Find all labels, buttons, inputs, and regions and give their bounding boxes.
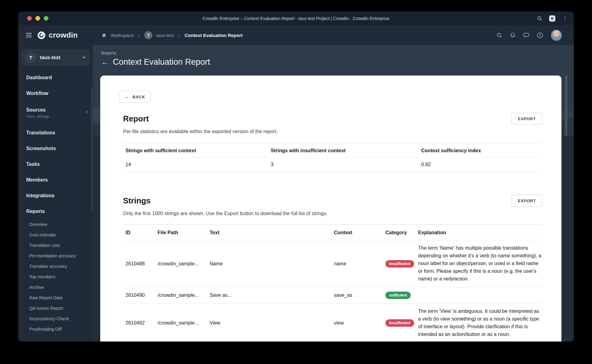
sidebar-item-inconsistency-check[interactable]: Inconsistency Check	[18, 313, 93, 324]
project-avatar: T	[26, 52, 36, 63]
sidebar-item-translator-accuracy[interactable]: Translator accuracy	[18, 261, 93, 272]
cell-id: 2610492	[123, 320, 155, 326]
summary-value-row: 14 3 0.82	[123, 158, 542, 173]
menu-icon[interactable]	[26, 33, 32, 37]
crowdin-wordmark: crowdin	[49, 31, 78, 39]
sidebar-item-members[interactable]: Members	[18, 172, 93, 188]
cell-id: 2610488	[123, 261, 155, 267]
sidebar-subitem-label: Archive	[29, 285, 44, 290]
sidebar-item-workflow[interactable]: Workflow	[18, 85, 93, 101]
sidebar-item-proofreading-diff[interactable]: Proofreading Diff	[18, 324, 93, 334]
sidebar-item-archive[interactable]: Archive	[18, 282, 93, 292]
col-header-id: ID	[123, 230, 155, 235]
summary-table: Strings with sufficient context Strings …	[123, 143, 542, 173]
sidebar-item-cost-estimate[interactable]: Cost estimate	[18, 230, 93, 240]
zoom-window-button[interactable]	[44, 16, 48, 21]
cell-category: insufficient	[383, 319, 416, 327]
report-subtitle: Per-file statistics are available within…	[123, 129, 542, 134]
sidebar-item-pre-translation-accuracy[interactable]: Pre-translation accuracy	[18, 251, 93, 261]
search-icon[interactable]	[496, 32, 502, 38]
hero-eyebrow[interactable]: Reports	[101, 51, 210, 55]
sidebar-logo-row: crowdin	[18, 25, 93, 45]
sidebar-subitem-label: Inconsistency Check	[29, 316, 69, 321]
summary-value-index: 0.82	[419, 162, 542, 167]
tab-search-icon[interactable]	[537, 16, 542, 21]
breadcrumb-workspace[interactable]: Workspace	[111, 33, 134, 38]
sidebar-item-label: Tasks	[26, 162, 40, 167]
user-avatar[interactable]	[551, 30, 562, 41]
sidebar-item-label: Dashboard	[26, 75, 52, 80]
report-section-title: Report	[123, 114, 149, 124]
cell-category: insufficient	[383, 260, 416, 268]
page-content: Reports ← Context Evaluation Report ← BA…	[93, 45, 574, 342]
browser-menu-icon[interactable]: ⋮	[562, 16, 568, 21]
sidebar-item-translation-cost[interactable]: Translation cost	[18, 240, 93, 251]
cell-context: view	[331, 320, 383, 326]
header-icons: ?	[496, 30, 562, 41]
strings-table: ID File Path Text Context Category Expla…	[123, 224, 542, 342]
breadcrumb: Workspace › T taus-test › Context Evalua…	[101, 31, 243, 39]
status-badge: insufficient	[385, 319, 414, 327]
breadcrumb-project-avatar: T	[144, 31, 152, 39]
sidebar-subitem-label: Pre-translation accuracy	[29, 253, 76, 258]
breadcrumb-current-page: Context Evaluation Report	[185, 33, 243, 38]
col-header-file-path: File Path	[155, 230, 207, 235]
sidebar-item-dashboard[interactable]: Dashboard	[18, 70, 93, 85]
cell-text: View	[207, 320, 331, 326]
project-selector[interactable]: T taus-test	[21, 49, 90, 66]
reports-subnav: Overview Cost estimate Translation cost …	[18, 219, 93, 334]
summary-value-sufficient: 14	[123, 162, 268, 167]
home-icon[interactable]	[101, 32, 107, 38]
sidebar-item-tasks[interactable]: Tasks	[18, 156, 93, 172]
app-header: Workspace › T taus-test › Context Evalua…	[93, 25, 574, 45]
crowdin-logo[interactable]: crowdin	[37, 31, 78, 39]
window-title: Crowdin Enterprise – Context Evaluation …	[203, 16, 389, 21]
back-arrow-icon: ←	[125, 94, 130, 100]
cell-file-path: /crowdin_sample...	[155, 320, 207, 326]
chevron-down-icon	[82, 57, 85, 59]
sidebar-subitem-label: Top members	[29, 274, 56, 279]
strings-section-title: Strings	[123, 196, 151, 206]
sidebar-subitem-label: Overview	[29, 222, 47, 227]
back-button[interactable]: ← BACK	[119, 91, 151, 103]
sidebar-item-reports[interactable]: Reports	[18, 203, 93, 219]
browser-titlebar: Crowdin Enterprise – Context Evaluation …	[18, 11, 574, 25]
desktop-background: Crowdin Enterprise – Context Evaluation …	[0, 0, 592, 364]
sidebar-item-sublabel: Files, Strings	[26, 114, 49, 119]
sidebar-item-raw-report-data[interactable]: Raw Report Data	[18, 292, 93, 303]
back-arrow-icon[interactable]: ←	[101, 58, 109, 66]
cell-explanation	[416, 291, 542, 299]
sidebar-item-overview[interactable]: Overview	[18, 219, 93, 230]
page-scrollbar[interactable]	[565, 76, 567, 136]
table-row: 2610490 /crowdin_sample... Save as... sa…	[123, 287, 542, 304]
sidebar-item-sources[interactable]: Sources Files, Strings ›	[18, 101, 93, 125]
close-window-button[interactable]	[27, 16, 32, 21]
help-icon[interactable]: ?	[537, 32, 543, 39]
summary-header-index: Context sufficiency index	[419, 148, 542, 153]
strings-export-button[interactable]: EXPORT	[512, 195, 542, 207]
sidebar-subitem-label: Proofreading Diff	[29, 327, 62, 332]
minimize-window-button[interactable]	[35, 16, 40, 21]
sidebar-item-translations[interactable]: Translations	[18, 125, 93, 141]
sidebar-item-qa-issues-report[interactable]: QA Issues Report	[18, 303, 93, 313]
messages-icon[interactable]	[523, 32, 529, 38]
sidebar-item-label: Integrations	[26, 193, 55, 198]
page-title: Context Evaluation Report	[113, 57, 210, 67]
breadcrumb-project[interactable]: taus-test	[156, 33, 174, 38]
report-card: ← BACK Report EXPORT Per-file statistics…	[100, 76, 561, 342]
sidebar-item-label: Workflow	[26, 91, 48, 96]
extensions-icon[interactable]	[549, 15, 555, 22]
sidebar-item-screenshots[interactable]: Screenshots	[18, 141, 93, 156]
summary-value-insufficient: 3	[268, 162, 419, 167]
col-header-explanation: Explanation	[416, 230, 542, 235]
sidebar-item-top-members[interactable]: Top members	[18, 272, 93, 282]
cell-explanation: The term 'Name' has multiple possible tr…	[416, 240, 542, 287]
sidebar-item-label: Members	[26, 177, 48, 183]
report-export-button[interactable]: EXPORT	[512, 113, 542, 125]
status-badge: insufficient	[385, 260, 414, 268]
sidebar-item-label: Reports	[26, 209, 45, 214]
sidebar-item-integrations[interactable]: Integrations	[18, 188, 93, 203]
col-header-text: Text	[207, 230, 331, 235]
sidebar-scrollbar[interactable]	[91, 87, 92, 211]
notifications-bell-icon[interactable]	[510, 32, 516, 38]
